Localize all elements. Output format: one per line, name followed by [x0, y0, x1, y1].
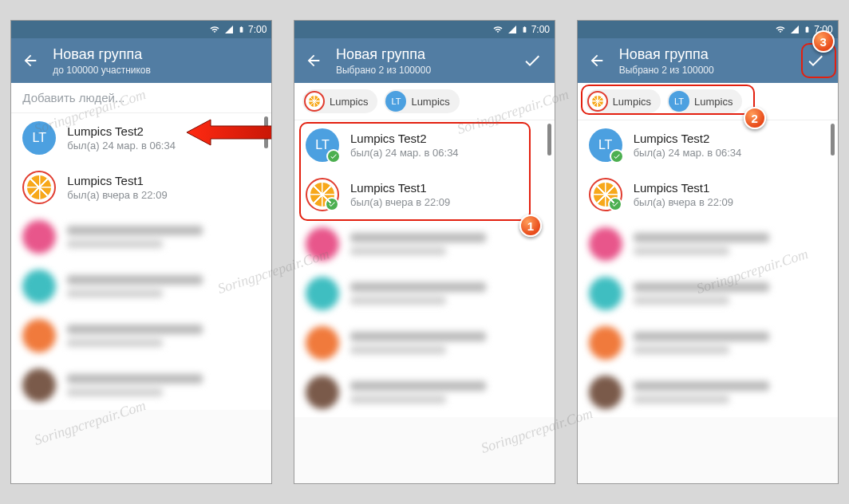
- chip-label: Lumpics: [411, 96, 449, 108]
- check-icon: [523, 51, 542, 70]
- wifi-icon: [775, 25, 786, 34]
- phone-screen-1: 7:00 Новая группа до 100000 участников Д…: [10, 20, 272, 484]
- avatar: LT: [589, 128, 622, 162]
- contact-name: Lumpics Test2: [350, 132, 459, 145]
- contact-status: был(а) 24 мар. в 06:34: [67, 140, 176, 152]
- battery-icon: [804, 24, 811, 35]
- phone-screen-3: 7:00 Новая группа Выбрано 2 из 100000 3 …: [577, 20, 839, 484]
- contact-row[interactable]: Lumpics Test1 был(а) вчера в 22:09: [11, 163, 271, 212]
- appbar-title-block: Новая группа Выбрано 2 из 100000: [326, 46, 516, 76]
- avatar: [589, 178, 622, 211]
- status-bar: 7:00: [294, 21, 555, 38]
- contact-name: Lumpics Test1: [634, 181, 733, 195]
- check-icon: [806, 51, 825, 70]
- battery-icon: [238, 24, 245, 35]
- appbar-title: Новая группа: [53, 46, 265, 63]
- appbar-title: Новая группа: [336, 46, 516, 63]
- contact-list: LT Lumpics Test2 был(а) 24 мар. в 06:34 …: [11, 113, 271, 410]
- annotation-callout-2: 2: [744, 107, 766, 129]
- signal-icon: [223, 25, 235, 34]
- contact-row-blurred: [11, 262, 271, 311]
- confirm-button[interactable]: [516, 45, 548, 77]
- phone-screen-2: 7:00 Новая группа Выбрано 2 из 100000 Lu…: [294, 20, 555, 484]
- chip-avatar: LT: [385, 91, 406, 112]
- avatar: LT: [22, 121, 56, 155]
- selected-badge-icon: [608, 197, 622, 211]
- appbar-title-block: Новая группа до 100000 участников: [43, 46, 265, 76]
- contact-row-blurred: [578, 368, 838, 417]
- avatar: LT: [306, 128, 339, 162]
- contact-name: Lumpics Test2: [634, 132, 742, 145]
- contact-row-blurred: [11, 360, 271, 410]
- add-people-input[interactable]: Добавить людей...: [11, 83, 271, 113]
- selected-badge-icon: [326, 149, 341, 163]
- app-bar: Новая группа до 100000 участников: [11, 38, 271, 83]
- contact-status: был(а) вчера в 22:09: [634, 196, 733, 208]
- chip[interactable]: LT Lumpics: [667, 89, 742, 113]
- appbar-title: Новая группа: [619, 46, 800, 63]
- chip-avatar: [587, 91, 608, 112]
- contact-row[interactable]: LT Lumpics Test2 был(а) 24 мар. в 06:34: [294, 120, 555, 170]
- contact-name: Lumpics Test1: [67, 174, 167, 187]
- chip-label: Lumpics: [613, 96, 651, 108]
- contact-name: Lumpics Test1: [350, 181, 450, 195]
- selected-badge-icon: [610, 149, 624, 163]
- annotation-callout-3: 3: [812, 30, 835, 53]
- back-button[interactable]: [18, 52, 43, 69]
- back-button[interactable]: [584, 52, 610, 69]
- contact-row-blurred: [294, 219, 555, 269]
- appbar-subtitle: до 100000 участников: [53, 65, 265, 76]
- contact-status: был(а) вчера в 22:09: [350, 196, 450, 208]
- annotation-arrow: [187, 116, 272, 148]
- signal-icon: [789, 25, 800, 34]
- selected-badge-icon: [325, 197, 339, 211]
- contact-row[interactable]: LT Lumpics Test2 был(а) 24 мар. в 06:34: [578, 120, 838, 170]
- appbar-subtitle: Выбрано 2 из 100000: [619, 65, 800, 76]
- wifi-icon: [209, 25, 220, 34]
- avatar: [22, 171, 56, 204]
- appbar-subtitle: Выбрано 2 из 100000: [336, 65, 516, 76]
- status-bar: 7:00: [578, 21, 838, 38]
- chip[interactable]: LT Lumpics: [384, 89, 459, 113]
- contact-row-blurred: [294, 368, 555, 417]
- contact-row-blurred: [578, 269, 838, 318]
- chip-avatar: LT: [669, 91, 689, 112]
- status-time: 7:00: [248, 24, 267, 35]
- contact-name: Lumpics Test2: [67, 124, 176, 138]
- chip[interactable]: Lumpics: [586, 89, 661, 113]
- contact-list: LT Lumpics Test2 был(а) 24 мар. в 06:34 …: [294, 120, 555, 417]
- back-button[interactable]: [301, 52, 326, 69]
- annotation-callout-1: 1: [519, 215, 542, 237]
- contact-row-blurred: [578, 219, 838, 269]
- status-bar: 7:00: [11, 21, 271, 38]
- app-bar: Новая группа Выбрано 2 из 100000: [294, 38, 555, 83]
- arrow-left-icon: [305, 52, 322, 69]
- contact-row[interactable]: Lumpics Test1 был(а) вчера в 22:09: [294, 170, 555, 219]
- contact-row-blurred: [11, 311, 271, 360]
- contact-row-blurred: [294, 269, 555, 318]
- app-bar: Новая группа Выбрано 2 из 100000: [578, 38, 838, 83]
- contact-row-blurred: [294, 318, 555, 368]
- contact-status: был(а) 24 мар. в 06:34: [350, 147, 459, 159]
- selected-chips: Lumpics LT Lumpics: [578, 83, 838, 120]
- contact-row[interactable]: Lumpics Test1 был(а) вчера в 22:09: [578, 170, 838, 219]
- appbar-title-block: Новая группа Выбрано 2 из 100000: [610, 46, 800, 76]
- battery-icon: [521, 24, 528, 35]
- signal-icon: [507, 25, 518, 34]
- svg-marker-0: [187, 120, 272, 145]
- contact-status: был(а) 24 мар. в 06:34: [634, 147, 742, 159]
- avatar: [306, 178, 339, 211]
- status-time: 7:00: [531, 24, 550, 35]
- arrow-left-icon: [22, 52, 39, 69]
- contact-status: был(а) вчера в 22:09: [67, 189, 167, 201]
- chip-label: Lumpics: [694, 96, 733, 108]
- chip[interactable]: Lumpics: [302, 89, 377, 113]
- contact-row-blurred: [578, 318, 838, 368]
- wifi-icon: [492, 25, 503, 34]
- chip-avatar: [304, 91, 325, 112]
- chip-label: Lumpics: [330, 96, 368, 108]
- contact-list: LT Lumpics Test2 был(а) 24 мар. в 06:34 …: [578, 120, 838, 417]
- arrow-left-icon: [588, 52, 606, 69]
- selected-chips: Lumpics LT Lumpics: [294, 83, 555, 120]
- contact-row-blurred: [11, 212, 271, 262]
